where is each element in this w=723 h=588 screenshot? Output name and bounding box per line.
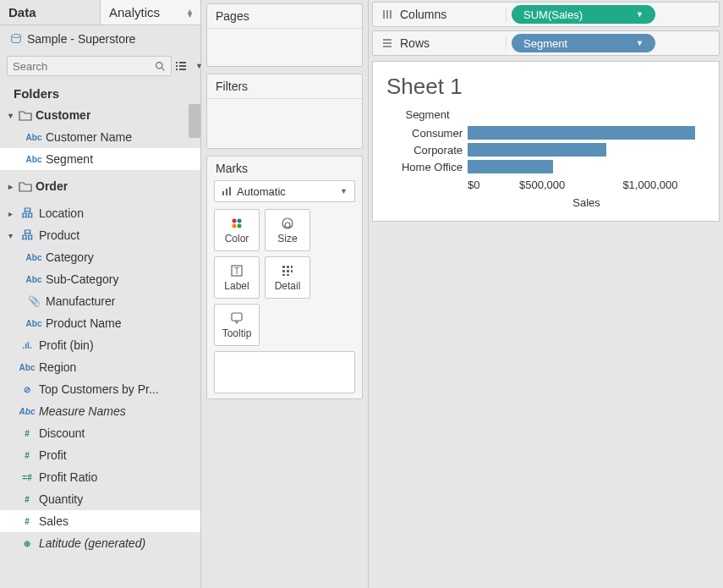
field-top-customers[interactable]: ⊘ Top Customers by Pr... — [0, 378, 200, 400]
view-list-icon[interactable] — [175, 58, 187, 74]
marks-size-button[interactable]: Size — [265, 209, 310, 251]
svg-rect-23 — [282, 270, 285, 272]
bar-icon — [222, 186, 232, 196]
field-sales[interactable]: # Sales — [0, 510, 200, 532]
bar-label: Corporate — [386, 144, 468, 157]
tab-data[interactable]: Data — [0, 0, 101, 25]
marks-detail-button[interactable]: Detail — [265, 256, 310, 299]
marks-detail-label: Detail — [275, 280, 301, 292]
field-region[interactable]: Abc Region — [0, 356, 200, 378]
datasource-row[interactable]: Sample - Superstore — [0, 25, 200, 52]
text-icon: Abc — [25, 253, 42, 262]
folder-icon — [19, 180, 32, 192]
x-axis[interactable]: $0$500,000$1,000,000 — [468, 179, 705, 191]
marks-tooltip-label: Tooltip — [222, 327, 252, 339]
bar-row[interactable]: Home Office — [386, 158, 705, 175]
bar[interactable] — [468, 143, 606, 157]
field-discount[interactable]: # Discount — [0, 422, 200, 444]
field-profit-bin[interactable]: .ıl. Profit (bin) — [0, 334, 200, 356]
marks-tooltip-button[interactable]: Tooltip — [214, 304, 260, 346]
text-icon: Abc — [25, 133, 42, 142]
color-icon — [230, 216, 244, 231]
bar-label: Home Office — [386, 161, 468, 173]
field-product-name[interactable]: Abc Product Name — [0, 312, 200, 334]
marks-type-label: Automatic — [237, 185, 286, 198]
field-profit[interactable]: # Profit — [0, 444, 200, 466]
search-input[interactable] — [13, 60, 155, 73]
pages-shelf[interactable]: Pages — [206, 3, 363, 67]
marks-card: Marks Automatic ▼ Color — [206, 156, 363, 399]
hierarchy-product[interactable]: ▾ 品 Product — [0, 224, 200, 246]
data-pane-tabs: Data Analytics ▴▾ — [0, 0, 200, 25]
text-icon: Abc — [25, 319, 42, 328]
sheet-title[interactable]: Sheet 1 — [386, 74, 705, 100]
pill-segment[interactable]: Segment ▼ — [512, 34, 655, 52]
chevron-down-icon[interactable]: ▼ — [636, 10, 644, 19]
field-label: Profit (bin) — [39, 338, 94, 352]
field-segment[interactable]: Abc Segment — [0, 148, 200, 170]
marks-type-select[interactable]: Automatic ▼ — [214, 180, 355, 202]
bar-row[interactable]: Corporate — [386, 141, 705, 158]
field-profit-ratio[interactable]: =# Profit Ratio — [0, 466, 200, 488]
marks-drop-area[interactable] — [214, 351, 355, 393]
field-label: Profit — [39, 448, 67, 462]
tab-analytics[interactable]: Analytics ▴▾ — [101, 0, 200, 25]
field-quantity[interactable]: # Quantity — [0, 488, 200, 510]
marks-color-button[interactable]: Color — [214, 209, 260, 251]
folder-customer[interactable]: ▾ Customer — [0, 104, 200, 126]
svg-rect-10 — [226, 189, 227, 195]
clip-icon: 📎 — [25, 295, 42, 307]
search-box[interactable] — [7, 56, 172, 76]
folders-header: Folders — [0, 80, 200, 104]
pages-title: Pages — [207, 4, 362, 29]
svg-rect-24 — [287, 270, 289, 272]
svg-point-16 — [282, 218, 293, 228]
columns-shelf[interactable]: Columns SUM(Sales) ▼ — [372, 2, 720, 27]
chart-column-header: Segment — [150, 108, 705, 121]
pill-sum-sales[interactable]: SUM(Sales) ▼ — [512, 5, 655, 24]
field-category[interactable]: Abc Category — [0, 246, 200, 268]
svg-rect-8 — [179, 69, 186, 70]
svg-rect-11 — [229, 187, 231, 195]
bar[interactable] — [468, 126, 695, 140]
svg-text:T: T — [234, 267, 239, 276]
field-label: Sub-Category — [46, 272, 118, 286]
rows-shelf[interactable]: Rows Segment ▼ — [372, 30, 720, 56]
svg-rect-9 — [222, 191, 224, 195]
field-measure-names[interactable]: Abc Measure Names — [0, 400, 200, 422]
x-axis-title[interactable]: Sales — [468, 196, 705, 209]
chevron-down-icon[interactable]: ▼ — [636, 39, 644, 47]
marks-label-label: Label — [224, 280, 249, 292]
tab-analytics-label: Analytics — [109, 5, 160, 19]
bar-row[interactable]: Consumer — [386, 124, 705, 141]
folder-label: Order — [36, 179, 68, 193]
pill-label: Segment — [523, 37, 567, 50]
svg-point-17 — [285, 223, 290, 228]
hierarchy-icon: 品 — [19, 228, 36, 243]
scrollbar-thumb[interactable] — [189, 104, 200, 138]
datasource-label: Sample - Superstore — [27, 32, 135, 46]
pages-body[interactable] — [207, 29, 362, 66]
marks-size-label: Size — [277, 233, 297, 245]
bin-icon: .ıl. — [19, 341, 36, 350]
filters-body[interactable] — [207, 99, 362, 148]
axis-tick: $0 — [468, 179, 479, 191]
field-customer-name[interactable]: Abc Customer Name — [0, 126, 200, 148]
calc-number-icon: =# — [19, 473, 36, 482]
field-latitude[interactable]: ⊕ Latitude (generated) — [0, 532, 200, 554]
svg-rect-20 — [282, 266, 285, 268]
number-icon: # — [19, 429, 36, 438]
hierarchy-location[interactable]: ▸ 品 Location — [0, 202, 200, 224]
field-tree: ▾ Customer Abc Customer Name Abc Segment… — [0, 104, 200, 588]
svg-point-14 — [233, 224, 237, 228]
field-manufacturer[interactable]: 📎 Manufacturer — [0, 290, 200, 312]
text-icon: Abc — [25, 275, 42, 284]
bar[interactable] — [468, 160, 553, 173]
text-icon: Abc — [19, 363, 36, 372]
field-sub-category[interactable]: Abc Sub-Category — [0, 268, 200, 290]
folder-order[interactable]: ▸ Order — [0, 175, 200, 197]
svg-rect-28 — [232, 313, 242, 321]
worksheet-canvas[interactable]: Sheet 1 Segment ConsumerCorporateHome Of… — [372, 61, 720, 222]
marks-label-button[interactable]: T Label — [214, 256, 260, 299]
rows-icon — [381, 37, 393, 49]
